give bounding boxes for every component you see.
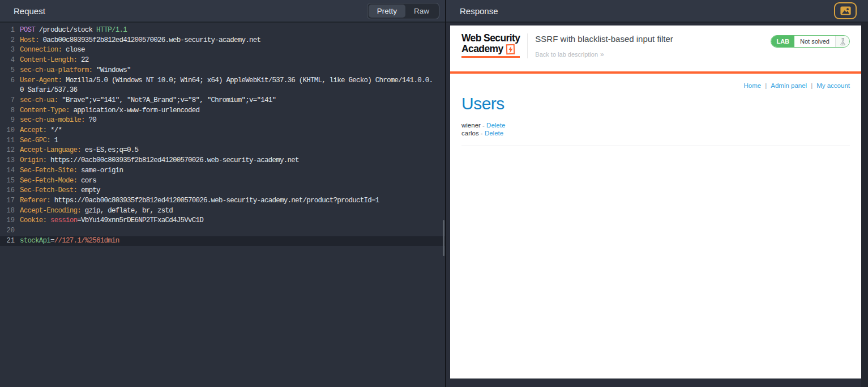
request-line[interactable]: 4Content-Length: 22 [0, 56, 445, 66]
user-name: wiener - [461, 122, 486, 129]
request-line[interactable]: 6User-Agent: Mozilla/5.0 (Windows NT 10.… [0, 76, 445, 86]
request-line[interactable]: 11Sec-GPC: 1 [0, 136, 445, 146]
request-line[interactable]: 17Referer: https://0acb00c803935f2b812ed… [0, 196, 445, 206]
user-name: carlos - [461, 130, 485, 137]
line-content [15, 226, 20, 236]
nav-link-admin-panel[interactable]: Admin panel [771, 82, 807, 89]
line-content: stockApi=//127.1/%2561dmin [15, 236, 119, 246]
nav-link-my-account[interactable]: My account [816, 82, 850, 89]
request-line[interactable]: 19Cookie: session=VbYui49xnn5rDE6NP2TFxa… [0, 216, 445, 226]
user-row: wiener - Delete [461, 122, 850, 130]
line-number: 14 [0, 166, 15, 176]
request-header: Request PrettyRaw [0, 0, 445, 23]
line-number: 17 [0, 196, 15, 206]
line-number: 2 [0, 36, 15, 46]
nav-separator: | [811, 82, 813, 89]
line-number: 10 [0, 126, 15, 136]
request-line[interactable]: 12Accept-Language: es-ES,es;q=0.5 [0, 146, 445, 156]
line-content: Sec-Fetch-Site: same-origin [15, 166, 123, 176]
line-content: Host: 0acb00c803935f2b812ed41200570026.w… [15, 36, 260, 46]
request-title: Request [14, 6, 45, 16]
request-line[interactable]: 9sec-ch-ua-mobile: ?0 [0, 116, 445, 126]
banner-divider [527, 33, 528, 58]
line-number: 9 [0, 116, 15, 126]
request-lines: 1POST /product/stock HTTP/1.12Host: 0acb… [0, 25, 445, 246]
line-number [0, 86, 15, 96]
request-line[interactable]: 5sec-ch-ua-platform: "Windows" [0, 66, 445, 76]
lab-title-block: SSRF with blacklist-based input filter B… [535, 34, 673, 58]
request-line[interactable]: 18Accept-Encoding: gzip, deflate, br, zs… [0, 206, 445, 216]
line-number: 20 [0, 226, 15, 236]
line-content: sec-ch-ua-mobile: ?0 [15, 116, 96, 126]
response-content: Web Security Academy SSRF with [446, 23, 868, 387]
request-line[interactable]: 2Host: 0acb00c803935f2b812ed41200570026.… [0, 36, 445, 46]
page-body: Home|Admin panel|My account Users wiener… [450, 82, 861, 146]
request-line[interactable]: 21stockApi=//127.1/%2561dmin [0, 236, 445, 246]
line-content: User-Agent: Mozilla/5.0 (Windows NT 10.0… [15, 76, 433, 86]
line-content: sec-ch-ua: "Brave";v="141", "Not?A_Brand… [15, 96, 276, 106]
request-panel: Request PrettyRaw 1POST /product/stock H… [0, 0, 446, 387]
line-number: 5 [0, 66, 15, 76]
line-content: Cookie: session=VbYui49xnn5rDE6NP2TFxaCd… [15, 216, 203, 226]
line-number: 21 [0, 236, 15, 246]
nav-separator: | [765, 82, 767, 89]
request-line[interactable]: 10Accept: */* [0, 126, 445, 136]
request-line[interactable]: 16Sec-Fetch-Dest: empty [0, 186, 445, 196]
back-to-lab-link[interactable]: Back to lab description» [535, 50, 673, 58]
line-number: 18 [0, 206, 15, 216]
editor-scrollbar-thumb[interactable] [443, 220, 444, 256]
flask-icon [836, 36, 849, 47]
logo-line2: Academy [461, 44, 503, 54]
line-content: Sec-GPC: 1 [15, 136, 58, 146]
request-line[interactable]: 7sec-ch-ua: "Brave";v="141", "Not?A_Bran… [0, 96, 445, 106]
render-view-button[interactable] [834, 2, 857, 19]
line-content: Origin: https://0acb00c803935f2b812ed412… [15, 156, 299, 166]
line-number: 16 [0, 186, 15, 196]
users-heading: Users [461, 94, 850, 113]
tab-raw[interactable]: Raw [405, 5, 438, 18]
logo-line1: Web Security [461, 33, 520, 44]
line-content: Sec-Fetch-Dest: empty [15, 186, 100, 196]
line-content: Content-Length: 22 [15, 56, 89, 66]
line-number: 7 [0, 96, 15, 106]
line-content: POST /product/stock HTTP/1.1 [15, 25, 127, 36]
lab-title: SSRF with blacklist-based input filter [535, 34, 673, 44]
line-content: Content-Type: application/x-www-form-url… [15, 106, 199, 116]
response-header: Response [446, 0, 868, 23]
lightning-bolt-icon [506, 44, 515, 54]
request-line[interactable]: 14Sec-Fetch-Site: same-origin [0, 166, 445, 176]
line-content: Connection: close [15, 45, 85, 56]
rendered-page: Web Security Academy SSRF with [450, 25, 861, 379]
request-line[interactable]: 3Connection: close [0, 45, 445, 56]
request-line[interactable]: 8Content-Type: application/x-www-form-ur… [0, 106, 445, 116]
line-number: 12 [0, 146, 15, 156]
request-editor[interactable]: 1POST /product/stock HTTP/1.12Host: 0acb… [0, 23, 445, 387]
users-list: wiener - Deletecarlos - Delete [461, 122, 850, 137]
view-toggle: PrettyRaw [367, 3, 439, 19]
lab-status-text: Not solved [794, 36, 836, 47]
response-scrollbar-track[interactable] [861, 23, 868, 387]
line-number: 1 [0, 25, 15, 36]
request-line[interactable]: 1POST /product/stock HTTP/1.1 [0, 25, 445, 36]
user-row: carlos - Delete [461, 130, 850, 138]
request-line[interactable]: 13Origin: https://0acb00c803935f2b812ed4… [0, 156, 445, 166]
tab-pretty[interactable]: Pretty [369, 5, 405, 18]
request-line[interactable]: 0 Safari/537.36 [0, 86, 445, 96]
line-content: sec-ch-ua-platform: "Windows" [15, 66, 131, 76]
line-number: 6 [0, 76, 15, 86]
line-number: 11 [0, 136, 15, 146]
content-divider [461, 146, 850, 146]
request-line[interactable]: 15Sec-Fetch-Mode: cors [0, 176, 445, 186]
line-content: Accept-Encoding: gzip, deflate, br, zstd [15, 206, 173, 216]
line-number: 3 [0, 45, 15, 56]
line-number: 8 [0, 106, 15, 116]
line-content: 0 Safari/537.36 [15, 86, 77, 96]
lab-badge: LAB [771, 36, 794, 47]
delete-link[interactable]: Delete [485, 130, 503, 137]
response-title: Response [460, 6, 498, 16]
line-number: 13 [0, 156, 15, 166]
line-content: Sec-Fetch-Mode: cors [15, 176, 96, 186]
delete-link[interactable]: Delete [486, 122, 505, 129]
nav-link-home[interactable]: Home [744, 82, 762, 89]
request-line[interactable]: 20 [0, 226, 445, 236]
